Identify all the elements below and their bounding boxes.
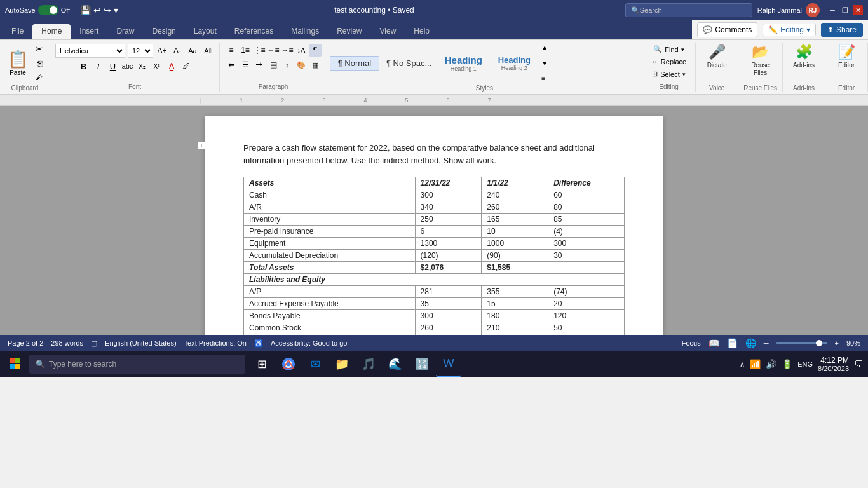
- borders-button[interactable]: ▦: [309, 58, 322, 71]
- zoom-slider[interactable]: [776, 342, 827, 344]
- network-icon[interactable]: 📶: [750, 359, 761, 369]
- style-no-spacing[interactable]: ¶ No Spac...: [381, 56, 437, 71]
- zoom-thumb[interactable]: [816, 340, 822, 346]
- format-painter-button[interactable]: 🖌: [33, 71, 46, 83]
- minimize-button[interactable]: ─: [827, 5, 837, 15]
- style-heading1[interactable]: Heading Heading 1: [438, 52, 488, 74]
- spotify-app[interactable]: 🎵: [356, 351, 381, 377]
- find-button[interactable]: 🔍 Find ▾: [649, 44, 688, 55]
- battery-icon[interactable]: 🔋: [782, 359, 792, 369]
- styles-scroll-down[interactable]: ▼: [540, 58, 549, 68]
- numbering-button[interactable]: 1≡: [239, 44, 252, 57]
- font-color-button[interactable]: A̲: [165, 60, 178, 72]
- user-avatar[interactable]: RJ: [806, 3, 820, 17]
- clear-format-button[interactable]: A⃝: [201, 44, 214, 57]
- tab-home[interactable]: Home: [32, 24, 71, 39]
- edge-app[interactable]: 🌊: [383, 351, 408, 377]
- style-heading2[interactable]: Heading Heading 2: [489, 53, 539, 74]
- web-layout-icon[interactable]: 🌐: [745, 338, 756, 348]
- bullets-button[interactable]: ≡: [225, 44, 238, 57]
- paste-button[interactable]: 📋 Paste: [4, 48, 32, 78]
- increase-font-button[interactable]: A+: [156, 44, 168, 57]
- tab-view[interactable]: View: [371, 24, 405, 39]
- zoom-out-button[interactable]: ─: [764, 339, 769, 347]
- superscript-button[interactable]: X²: [151, 60, 163, 72]
- volume-icon[interactable]: 🔊: [766, 359, 776, 369]
- block-handle[interactable]: +: [198, 142, 205, 149]
- font-family-select[interactable]: Helvetica: [55, 44, 125, 58]
- tab-mailings[interactable]: Mailings: [282, 24, 328, 39]
- increase-indent-button[interactable]: →≡: [281, 44, 294, 57]
- redo-icon[interactable]: ↪: [104, 5, 111, 15]
- show-formatting-button[interactable]: ¶: [309, 44, 322, 57]
- tab-references[interactable]: References: [226, 24, 282, 39]
- calculator-app[interactable]: 🔢: [409, 351, 435, 377]
- start-button[interactable]: [3, 351, 28, 377]
- justify-button[interactable]: ▤: [267, 58, 280, 71]
- autosave-toggle[interactable]: [38, 5, 58, 15]
- chevron-icon[interactable]: ∧: [740, 360, 745, 369]
- change-case-button[interactable]: Aa: [186, 44, 199, 57]
- underline-button[interactable]: U: [107, 60, 119, 72]
- mail-app[interactable]: ✉: [302, 351, 328, 377]
- focus-button[interactable]: Focus: [682, 339, 701, 347]
- font-size-select[interactable]: 12: [128, 44, 153, 58]
- style-normal[interactable]: ¶ Normal: [330, 56, 379, 71]
- more-icon[interactable]: ▾: [114, 5, 118, 15]
- addins-button[interactable]: 🧩 Add-ins: [788, 43, 820, 70]
- reuse-files-button[interactable]: 📂 ReuseFiles: [745, 43, 776, 78]
- decrease-font-button[interactable]: A-: [171, 44, 184, 57]
- system-clock[interactable]: 4:12 PM 8/20/2023: [818, 356, 849, 372]
- copy-button[interactable]: ⎘: [33, 57, 46, 69]
- autosave-area[interactable]: AutoSave Off: [5, 5, 70, 15]
- editor-button[interactable]: 📝 Editor: [831, 43, 862, 70]
- strikethrough-button[interactable]: abc: [121, 60, 134, 72]
- notifications-icon[interactable]: 🗨: [854, 359, 863, 369]
- print-layout-icon[interactable]: 📄: [727, 338, 738, 348]
- tab-layout[interactable]: Layout: [185, 24, 226, 39]
- restore-button[interactable]: ❐: [840, 5, 850, 15]
- shading-button[interactable]: 🎨: [295, 58, 308, 71]
- cut-button[interactable]: ✂: [33, 43, 46, 55]
- tab-insert[interactable]: Insert: [71, 24, 107, 39]
- share-button[interactable]: ⬆ Share: [821, 23, 863, 37]
- tab-design[interactable]: Design: [143, 24, 184, 39]
- decrease-indent-button[interactable]: ←≡: [267, 44, 280, 57]
- align-center-button[interactable]: ☰: [239, 58, 252, 71]
- close-button[interactable]: ✕: [853, 5, 863, 15]
- chrome-app[interactable]: [276, 351, 301, 377]
- taskbar-search[interactable]: 🔍 Type here to search: [29, 355, 245, 374]
- tab-draw[interactable]: Draw: [107, 24, 143, 39]
- align-right-button[interactable]: ⮕: [253, 58, 266, 71]
- taskview-button[interactable]: ⊞: [249, 351, 275, 377]
- tab-file[interactable]: File: [3, 24, 32, 39]
- undo-icon[interactable]: ↩: [93, 5, 101, 15]
- comments-button[interactable]: 💬 Comments: [697, 22, 757, 37]
- line-spacing-button[interactable]: ↕: [281, 58, 294, 71]
- dictate-button[interactable]: 🎤 Dictate: [701, 43, 733, 70]
- align-left-button[interactable]: ⬅: [225, 58, 238, 71]
- sort-button[interactable]: ↕A: [295, 44, 308, 57]
- tab-review[interactable]: Review: [328, 24, 370, 39]
- addins-group: 🧩 Add-ins Add-ins: [783, 43, 825, 92]
- word-app[interactable]: W: [436, 351, 461, 377]
- zoom-in-button[interactable]: +: [835, 339, 839, 347]
- styles-scroll-up[interactable]: ▲: [540, 43, 549, 52]
- editing-button[interactable]: ✏️ Editing ▾: [763, 24, 816, 36]
- document-area[interactable]: + Prepare a cash flow statement for 2022…: [0, 106, 868, 335]
- bold-button[interactable]: B: [78, 60, 90, 72]
- highlight-button[interactable]: 🖊: [180, 60, 193, 72]
- multilevel-button[interactable]: ⋮≡: [253, 44, 266, 57]
- replace-button[interactable]: ↔ Replace: [648, 57, 690, 67]
- files-app[interactable]: 📁: [329, 351, 355, 377]
- styles-more[interactable]: ≡: [540, 74, 549, 83]
- styles-label: Styles: [330, 83, 639, 92]
- select-button[interactable]: ⊡ Select ▾: [648, 69, 689, 79]
- tab-help[interactable]: Help: [405, 24, 438, 39]
- save-icon[interactable]: 💾: [80, 5, 91, 15]
- editing-icon: ✏️: [768, 25, 778, 34]
- subscript-button[interactable]: X₂: [136, 60, 149, 72]
- italic-button[interactable]: I: [92, 60, 105, 72]
- title-search[interactable]: 🔍 Search: [625, 3, 752, 17]
- read-mode-icon[interactable]: 📖: [709, 338, 719, 348]
